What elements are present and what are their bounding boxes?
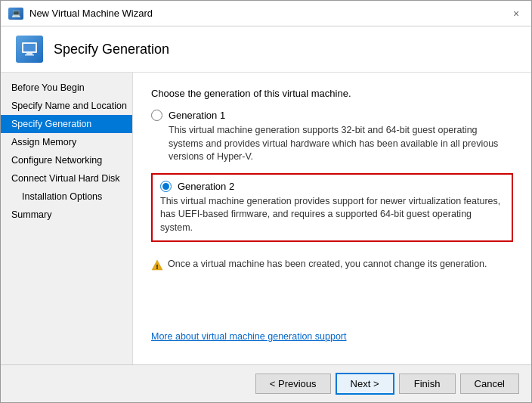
generation2-description: This virtual machine generation provides… [160, 195, 504, 235]
generation1-radio[interactable] [151, 110, 162, 121]
link-area: More about virtual machine generation su… [151, 271, 513, 349]
close-button[interactable]: × [509, 6, 524, 21]
header-icon [16, 36, 43, 63]
generation2-row: Generation 2 [160, 181, 504, 192]
generation1-description: This virtual machine generation supports… [169, 124, 513, 164]
warning-text: Once a virtual machine has been created,… [168, 259, 487, 269]
generation2-box: Generation 2 This virtual machine genera… [151, 173, 513, 243]
sidebar-item[interactable]: Assign Memory [1, 133, 132, 151]
content-area: Before You BeginSpecify Name and Locatio… [1, 73, 531, 364]
page-title: Specify Generation [54, 42, 169, 57]
generation-options: Generation 1 This virtual machine genera… [151, 110, 513, 271]
generation1-option: Generation 1 This virtual machine genera… [151, 110, 513, 164]
sidebar-item[interactable]: Installation Options [1, 188, 132, 206]
sidebar-item[interactable]: Connect Virtual Hard Disk [1, 169, 132, 188]
title-bar-text: New Virtual Machine Wizard [29, 8, 509, 19]
generation1-label: Generation 1 [169, 110, 225, 121]
svg-text:!: ! [156, 263, 159, 271]
previous-button[interactable]: < Previous [255, 374, 331, 394]
warning-row: ! Once a virtual machine has been create… [151, 259, 513, 271]
sidebar-item[interactable]: Configure Networking [1, 151, 132, 169]
svg-rect-3 [25, 54, 34, 56]
sidebar-item[interactable]: Summary [1, 206, 132, 224]
page-header: Specify Generation [1, 26, 531, 73]
next-button[interactable]: Next > [336, 373, 394, 395]
title-bar: 💻 New Virtual Machine Wizard × [1, 1, 531, 26]
footer: < Previous Next > Finish Cancel [1, 364, 531, 402]
sidebar-item[interactable]: Before You Begin [1, 79, 132, 97]
title-bar-icon: 💻 [8, 8, 23, 20]
cancel-button[interactable]: Cancel [460, 374, 519, 394]
svg-rect-1 [23, 44, 36, 51]
generation1-row: Generation 1 [151, 110, 513, 121]
generation2-label: Generation 2 [178, 181, 234, 192]
sidebar: Before You BeginSpecify Name and Locatio… [1, 73, 133, 364]
instruction-text: Choose the generation of this virtual ma… [151, 88, 513, 99]
wizard-window: 💻 New Virtual Machine Wizard × Specify G… [0, 0, 532, 403]
generation2-radio[interactable] [160, 181, 172, 192]
warning-icon: ! [151, 259, 163, 271]
main-panel: Choose the generation of this virtual ma… [133, 73, 531, 364]
more-info-link[interactable]: More about virtual machine generation su… [151, 331, 346, 342]
sidebar-item[interactable]: Specify Name and Location [1, 97, 132, 115]
finish-button[interactable]: Finish [399, 374, 456, 394]
svg-rect-2 [26, 53, 32, 54]
sidebar-item[interactable]: Specify Generation [1, 115, 132, 133]
